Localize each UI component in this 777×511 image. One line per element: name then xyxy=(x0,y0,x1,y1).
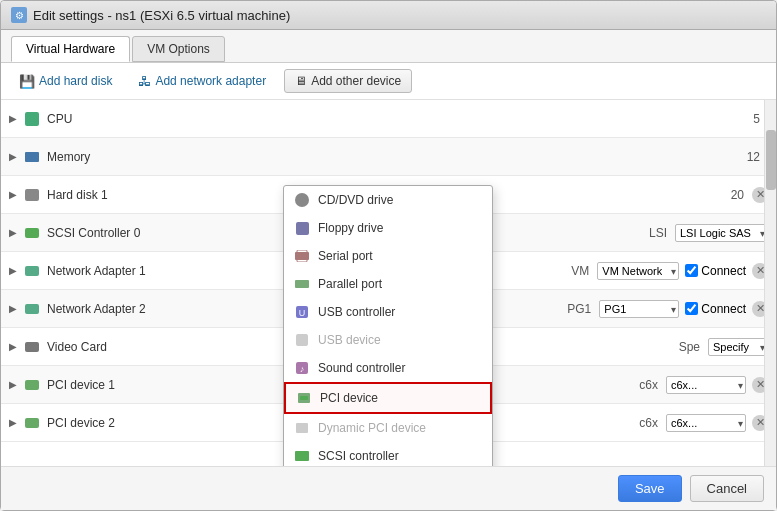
serial-label: Serial port xyxy=(318,249,373,263)
dynamic-pci-label: Dynamic PCI device xyxy=(318,421,426,435)
dynamic-pci-icon xyxy=(294,420,310,436)
scrollbar-thumb[interactable] xyxy=(766,130,776,190)
row-actions: PG1 Connect ✕ xyxy=(599,300,768,318)
tab-vm-options[interactable]: VM Options xyxy=(132,36,225,62)
videocard-icon xyxy=(23,340,41,354)
usb-device-label: USB device xyxy=(318,333,381,347)
pci1-icon xyxy=(23,378,41,392)
main-content: ▶ CPU 5 ▶ Memory 12 ▶ xyxy=(1,100,776,466)
cancel-button[interactable]: Cancel xyxy=(690,475,764,502)
net1-connect-text: Connect xyxy=(701,264,746,278)
add-hard-disk-label: Add hard disk xyxy=(39,74,112,88)
usb-controller-icon: U xyxy=(294,304,310,320)
net-add-icon: 🖧 xyxy=(138,74,151,89)
dropdown-item-sound-controller[interactable]: ♪ Sound controller xyxy=(284,354,492,382)
tab-virtual-hardware[interactable]: Virtual Hardware xyxy=(11,36,130,62)
net2-select[interactable]: PG1 xyxy=(599,300,679,318)
hw-value-pci2: c6x xyxy=(618,416,658,430)
hw-value-cpu: 5 xyxy=(720,112,760,126)
pci1-select[interactable]: c6x... xyxy=(666,376,746,394)
dropdown-item-serial[interactable]: Serial port xyxy=(284,242,492,270)
row-actions: Specify xyxy=(708,338,768,356)
row-actions: c6x... ✕ xyxy=(666,414,768,432)
dropdown-item-dynamic-pci: Dynamic PCI device xyxy=(284,414,492,442)
expand-icon[interactable]: ▶ xyxy=(9,303,23,314)
net1-connect-checkbox[interactable] xyxy=(685,264,698,277)
table-row: ▶ CPU 5 xyxy=(1,100,776,138)
svg-rect-9 xyxy=(300,396,308,400)
cddvd-label: CD/DVD drive xyxy=(318,193,393,207)
dropdown-item-cddvd[interactable]: CD/DVD drive xyxy=(284,186,492,214)
scsi-icon xyxy=(23,226,41,240)
svg-text:♪: ♪ xyxy=(300,364,305,374)
toolbar: 💾 Add hard disk 🖧 Add network adapter 🖥 … xyxy=(1,63,776,100)
scrollbar[interactable] xyxy=(764,100,776,466)
serial-icon xyxy=(294,248,310,264)
net2-icon xyxy=(23,302,41,316)
add-network-adapter-label: Add network adapter xyxy=(155,74,266,88)
net1-select[interactable]: VM Network xyxy=(597,262,679,280)
add-device-dropdown: CD/DVD drive Floppy drive Serial port Pa… xyxy=(283,185,493,466)
hdd-add-icon: 💾 xyxy=(19,74,35,89)
scsi2-icon xyxy=(294,448,310,464)
dropdown-item-usb-controller[interactable]: U USB controller xyxy=(284,298,492,326)
dropdown-item-scsi-controller[interactable]: SCSI controller xyxy=(284,442,492,466)
scsi-select[interactable]: LSI Logic SAS xyxy=(675,224,768,242)
svg-rect-11 xyxy=(295,451,309,461)
add-network-adapter-button[interactable]: 🖧 Add network adapter xyxy=(130,71,274,92)
videocard-select[interactable]: Specify xyxy=(708,338,768,356)
dropdown-item-pci-device[interactable]: PCI device xyxy=(284,382,492,414)
expand-icon[interactable]: ▶ xyxy=(9,189,23,200)
expand-icon[interactable]: ▶ xyxy=(9,227,23,238)
hw-label-memory: Memory xyxy=(47,150,720,164)
add-other-device-button[interactable]: 🖥 Add other device xyxy=(284,69,412,93)
dropdown-item-parallel[interactable]: Parallel port xyxy=(284,270,492,298)
svg-rect-2 xyxy=(295,280,309,288)
floppy-icon xyxy=(294,220,310,236)
tab-bar: Virtual Hardware VM Options xyxy=(1,30,776,63)
add-other-device-label: Add other device xyxy=(311,74,401,88)
pci2-icon xyxy=(23,416,41,430)
hw-value-memory: 12 xyxy=(720,150,760,164)
pci2-select[interactable]: c6x... xyxy=(666,414,746,432)
titlebar: ⚙ Edit settings - ns1 (ESXi 6.5 virtual … xyxy=(1,1,776,30)
pci2-select-wrapper: c6x... xyxy=(666,414,746,432)
row-actions: c6x... ✕ xyxy=(666,376,768,394)
scsi-select-wrapper: LSI Logic SAS xyxy=(675,224,768,242)
net2-connect-text: Connect xyxy=(701,302,746,316)
hdd-icon xyxy=(23,188,41,202)
expand-icon[interactable]: ▶ xyxy=(9,379,23,390)
dropdown-item-floppy[interactable]: Floppy drive xyxy=(284,214,492,242)
expand-icon[interactable]: ▶ xyxy=(9,265,23,276)
svg-text:U: U xyxy=(299,308,306,318)
dropdown-item-usb-device: USB device xyxy=(284,326,492,354)
titlebar-title: Edit settings - ns1 (ESXi 6.5 virtual ma… xyxy=(33,8,290,23)
add-hard-disk-button[interactable]: 💾 Add hard disk xyxy=(11,71,120,92)
hw-value-net1: VM xyxy=(549,264,589,278)
net1-icon xyxy=(23,264,41,278)
net2-select-wrapper: PG1 xyxy=(599,300,679,318)
expand-icon[interactable]: ▶ xyxy=(9,113,23,124)
floppy-label: Floppy drive xyxy=(318,221,383,235)
row-actions: LSI Logic SAS xyxy=(675,224,768,242)
cpu-icon xyxy=(23,112,41,126)
videocard-select-wrapper: Specify xyxy=(708,338,768,356)
sound-controller-icon: ♪ xyxy=(294,360,310,376)
sound-controller-label: Sound controller xyxy=(318,361,405,375)
parallel-icon xyxy=(294,276,310,292)
hw-value-scsi0: LSI xyxy=(627,226,667,240)
titlebar-icon: ⚙ xyxy=(11,7,27,23)
usb-device-icon xyxy=(294,332,310,348)
scsi-controller-label: SCSI controller xyxy=(318,449,399,463)
save-button[interactable]: Save xyxy=(618,475,682,502)
expand-icon[interactable]: ▶ xyxy=(9,341,23,352)
net1-select-wrapper: VM Network xyxy=(597,262,679,280)
parallel-label: Parallel port xyxy=(318,277,382,291)
expand-icon[interactable]: ▶ xyxy=(9,417,23,428)
expand-icon[interactable]: ▶ xyxy=(9,151,23,162)
net2-connect-checkbox[interactable] xyxy=(685,302,698,315)
net2-connect-label: Connect xyxy=(685,302,746,316)
footer: Save Cancel xyxy=(1,466,776,510)
pci-device-dropdown-icon xyxy=(296,390,312,406)
pci-device-label: PCI device xyxy=(320,391,378,405)
